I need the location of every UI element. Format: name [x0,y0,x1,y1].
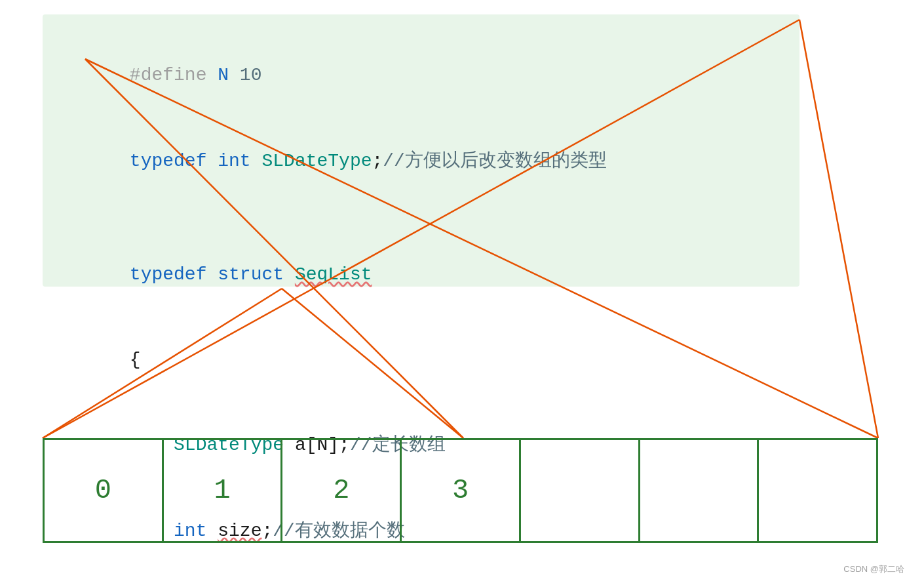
struct-kw: struct [218,264,295,285]
comment-1: //方便以后改变数组的类型 [383,151,607,171]
sldate-type: SLDateType [261,151,372,171]
code-line-5: { [64,317,779,403]
watermark: CSDN @郭二哈 [843,563,904,575]
array-cell-6 [759,440,876,541]
int-kw-1: int [218,151,261,171]
array-cell-1: 1 [164,440,283,541]
array-cell-4 [521,440,640,541]
typedef-kw-1: typedef [130,151,218,171]
define-keyword: #define [130,65,218,85]
code-line-4: typedef struct SeqList [64,232,779,317]
array-container: 0 1 2 3 [43,438,878,543]
code-line-8: }SL; [64,573,779,587]
code-line-1: #define N 10 [64,33,779,118]
typedef-kw-2: typedef [130,264,218,285]
seqlist-type: SeqList [295,264,372,285]
svg-line-3 [799,20,878,438]
code-box: #define N 10 typedef int SLDateType;//方便… [43,14,799,287]
array-cell-5 [640,440,760,541]
main-container: #define N 10 typedef int SLDateType;//方便… [0,0,924,587]
n-identifier: N [218,65,240,85]
code-line-2: typedef int SLDateType;//方便以后改变数组的类型 [64,118,779,203]
array-cell-3: 3 [402,440,521,541]
open-brace: { [130,350,141,370]
array-cell-2: 2 [282,440,402,541]
code-line-blank [64,203,779,232]
array-cell-0: 0 [45,440,164,541]
n-value: 10 [240,65,262,85]
semi-1: ; [372,151,383,171]
